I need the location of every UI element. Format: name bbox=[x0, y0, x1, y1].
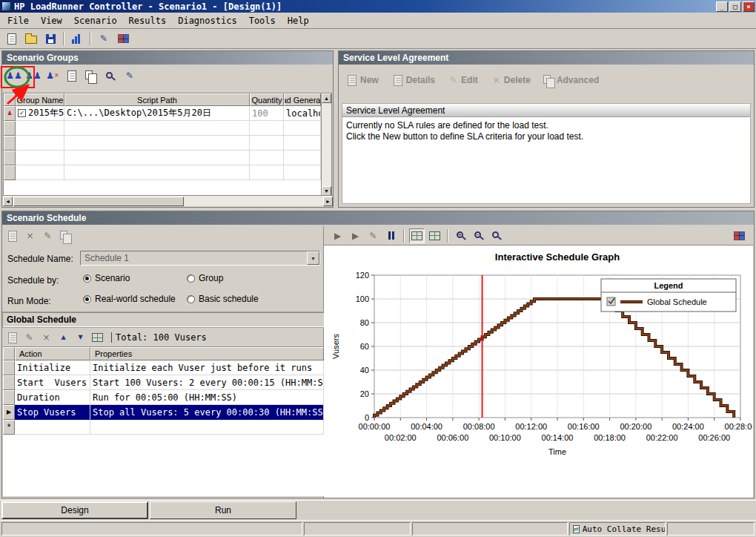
column-properties[interactable]: Properties bbox=[90, 347, 324, 360]
sla-new-button[interactable]: New bbox=[348, 75, 379, 86]
auto-collate-status[interactable]: ⇄ Auto Collate Resu bbox=[569, 522, 666, 536]
close-button[interactable]: × bbox=[743, 1, 755, 12]
action-row-initialize[interactable]: Initialize Initialize each Vuser just be… bbox=[3, 360, 324, 375]
group-details-button[interactable] bbox=[63, 67, 81, 84]
empty-row[interactable] bbox=[4, 151, 321, 165]
analysis-button[interactable] bbox=[68, 30, 86, 47]
menu-tools[interactable]: Tools bbox=[243, 14, 282, 27]
sla-advanced-button[interactable]: Advanced bbox=[546, 75, 599, 85]
schedule-by-group-radio[interactable]: Group bbox=[187, 273, 223, 283]
properties-cell[interactable]: Start 100 Vusers: 2 every 00:00:15 (HH:M… bbox=[90, 375, 324, 390]
action-cell[interactable]: Initialize bbox=[15, 360, 90, 375]
script-path-cell[interactable]: C:\...\Desktop\2015年5月20日 bbox=[64, 106, 250, 121]
column-load-generators[interactable]: ad Generat bbox=[284, 93, 321, 106]
remove-vusers-button[interactable]: ♟× bbox=[44, 67, 62, 84]
scrollbar-thumb[interactable] bbox=[13, 197, 184, 206]
column-quantity[interactable]: Quantity bbox=[250, 93, 284, 106]
properties-cell[interactable]: Run for 00:05:00 (HH:MM:SS) bbox=[90, 390, 324, 405]
edit-graph-button[interactable]: ✎ bbox=[365, 228, 381, 243]
quantity-cell[interactable]: 100 bbox=[250, 106, 284, 121]
schedule-by-scenario-radio[interactable]: Scenario bbox=[83, 273, 130, 283]
action-cell[interactable]: Duration bbox=[15, 390, 90, 405]
column-script-path[interactable]: Script Path bbox=[64, 93, 250, 106]
zoom-in-button[interactable]: + bbox=[453, 228, 468, 243]
tab-run[interactable]: Run bbox=[150, 501, 296, 519]
column-action[interactable]: Action bbox=[15, 347, 90, 360]
action-row-stop-vusers-selected[interactable]: ▶ Stop Vusers Stop all Vusers: 5 every 0… bbox=[3, 405, 324, 420]
duplicate-group-button[interactable] bbox=[82, 67, 100, 84]
scroll-up-button[interactable]: ▲ bbox=[322, 93, 331, 103]
row-header[interactable] bbox=[3, 390, 15, 405]
action-row-duration[interactable]: Duration Run for 00:05:00 (HH:MM:SS) bbox=[3, 390, 324, 405]
properties-cell[interactable]: Stop all Vusers: 5 every 00:00:30 (HH:MM… bbox=[90, 405, 324, 420]
scroll-left-button[interactable]: ◄ bbox=[3, 197, 13, 206]
schedule-name-select[interactable]: Schedule 1 ▼ bbox=[80, 251, 320, 266]
new-schedule-button[interactable] bbox=[4, 228, 20, 243]
graph-view-toggle[interactable] bbox=[409, 228, 425, 243]
add-vusers-button[interactable]: ♟♟ bbox=[24, 67, 42, 84]
save-scenario-button[interactable] bbox=[42, 30, 59, 47]
delete-schedule-button[interactable]: × bbox=[22, 228, 38, 243]
runtime-settings-button[interactable]: ✎ bbox=[95, 30, 113, 47]
edit-script-button[interactable]: ✎ bbox=[121, 67, 139, 84]
schedule-chart[interactable]: 02040608010012000:00:0000:02:0000:04:000… bbox=[328, 248, 752, 471]
menu-diagnostics[interactable]: Diagnostics bbox=[172, 14, 242, 27]
column-group-name[interactable]: Group Name bbox=[16, 93, 64, 106]
edit-action-button[interactable]: ✎ bbox=[21, 330, 37, 345]
groups-horizontal-scrollbar[interactable]: ◄ ► bbox=[3, 195, 333, 206]
empty-row[interactable] bbox=[4, 121, 321, 136]
new-action-row[interactable]: * bbox=[3, 420, 324, 435]
menu-results[interactable]: Results bbox=[123, 14, 173, 27]
add-group-button[interactable]: ♟♟ bbox=[5, 67, 23, 84]
empty-row[interactable] bbox=[4, 136, 321, 151]
start-ramp-button[interactable]: ▶ bbox=[330, 228, 345, 243]
rename-schedule-button[interactable]: ✎ bbox=[40, 228, 56, 243]
zoom-reset-button[interactable] bbox=[488, 228, 504, 243]
sla-details-button[interactable]: Details bbox=[394, 75, 435, 86]
action-row-start-vusers[interactable]: Start Vusers Start 100 Vusers: 2 every 0… bbox=[3, 375, 324, 390]
maximize-button[interactable]: □ bbox=[729, 1, 741, 12]
down-arrow-icon: ▼ bbox=[324, 188, 329, 194]
group-row[interactable]: ♟ ✓ 2015年5月 C:\...\Desktop\2015年5月20日 10… bbox=[4, 106, 321, 121]
load-generator-cell[interactable]: localhost bbox=[284, 106, 321, 121]
group-enabled-checkbox[interactable]: ✓ bbox=[18, 109, 26, 117]
open-scenario-button[interactable] bbox=[22, 30, 40, 47]
sla-delete-button[interactable]: ×Delete bbox=[493, 75, 531, 85]
row-header[interactable]: ♟ bbox=[4, 106, 16, 121]
dropdown-arrow-icon[interactable]: ▼ bbox=[307, 251, 319, 265]
scroll-right-button[interactable]: ► bbox=[323, 197, 333, 206]
tab-design[interactable]: Design bbox=[1, 501, 148, 519]
run-mode-realworld-radio[interactable]: Real-world schedule bbox=[83, 294, 176, 304]
group-name-cell[interactable]: ✓ 2015年5月 bbox=[16, 106, 64, 121]
delete-action-button[interactable]: × bbox=[39, 330, 54, 345]
pause-button[interactable] bbox=[383, 228, 399, 243]
minimize-button[interactable]: _ bbox=[716, 1, 728, 12]
zoom-out-button[interactable]: − bbox=[471, 228, 486, 243]
duplicate-schedule-button[interactable] bbox=[58, 228, 73, 243]
menu-file[interactable]: File bbox=[1, 14, 35, 27]
sla-edit-button[interactable]: ✎Edit bbox=[450, 75, 478, 85]
row-header[interactable]: ▶ bbox=[3, 405, 15, 420]
action-cell[interactable]: Start Vusers bbox=[15, 375, 90, 390]
run-mode-basic-radio[interactable]: Basic schedule bbox=[187, 294, 259, 304]
graph-settings-button[interactable] bbox=[732, 228, 747, 243]
row-header[interactable] bbox=[3, 375, 15, 390]
view-script-button[interactable] bbox=[102, 67, 119, 84]
move-up-button[interactable]: ▲ bbox=[56, 330, 71, 345]
move-down-button[interactable]: ▼ bbox=[73, 330, 88, 345]
restart-button[interactable]: ▶ bbox=[348, 228, 363, 243]
table-view-toggle[interactable] bbox=[427, 228, 442, 243]
menu-view[interactable]: View bbox=[35, 14, 68, 27]
groups-vertical-scrollbar[interactable]: ▲ ▼ bbox=[321, 93, 332, 197]
new-scenario-button[interactable] bbox=[3, 30, 21, 47]
properties-cell[interactable]: Initialize each Vuser just before it run… bbox=[90, 360, 324, 375]
add-action-button[interactable] bbox=[4, 330, 20, 345]
menu-help[interactable]: Help bbox=[282, 14, 315, 27]
row-header[interactable]: * bbox=[3, 420, 15, 435]
split-action-button[interactable] bbox=[90, 330, 105, 345]
row-header[interactable] bbox=[3, 360, 15, 375]
results-settings-button[interactable] bbox=[114, 30, 132, 47]
action-cell[interactable]: Stop Vusers bbox=[15, 405, 90, 420]
menu-scenario[interactable]: Scenario bbox=[68, 14, 123, 27]
empty-row[interactable] bbox=[4, 165, 321, 180]
